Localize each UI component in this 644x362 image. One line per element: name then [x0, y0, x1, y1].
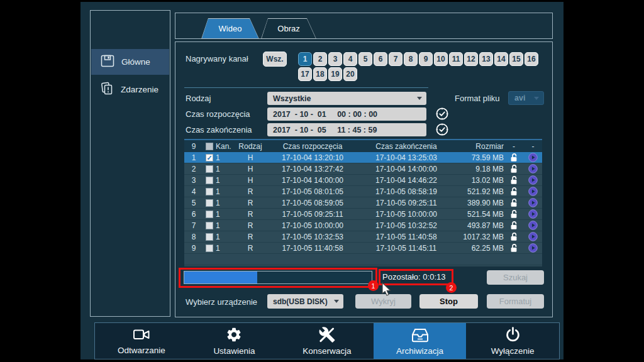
- select-all-checkbox[interactable]: [203, 143, 216, 150]
- channel-button-11[interactable]: 11: [449, 52, 463, 66]
- nav-label: Konserwacja: [303, 346, 351, 356]
- lock-icon[interactable]: [504, 232, 524, 241]
- channel-button-7[interactable]: 7: [389, 52, 402, 66]
- sidebar-item-zdarzenie[interactable]: Zdarzenie: [91, 77, 169, 102]
- row-checkbox[interactable]: [203, 244, 216, 252]
- channel-button-3[interactable]: 3: [328, 52, 342, 66]
- row-start-time: 17-10-05 11:40:58: [266, 244, 359, 253]
- start-time-input[interactable]: 2017 - 10 - 01 00 : 00 : 00: [267, 107, 426, 121]
- lock-icon[interactable]: [504, 198, 524, 207]
- row-checkbox[interactable]: ✓: [203, 154, 216, 162]
- row-checkbox[interactable]: [203, 211, 216, 218]
- channel-button-20[interactable]: 20: [343, 67, 357, 81]
- play-icon[interactable]: [524, 164, 542, 173]
- tab-wideo[interactable]: Wideo: [201, 18, 259, 39]
- row-checkbox[interactable]: [203, 165, 216, 173]
- row-checkbox[interactable]: [203, 188, 216, 195]
- channel-button-17[interactable]: 17: [298, 67, 312, 81]
- nav-ustawienia[interactable]: Ustawienia: [188, 323, 281, 359]
- table-row[interactable]: 91R17-10-05 11:40:5817-10-05 11:45:1162.…: [184, 243, 542, 254]
- clock-icon[interactable]: [435, 107, 449, 121]
- play-icon[interactable]: [524, 221, 542, 230]
- lock-icon[interactable]: [504, 187, 524, 196]
- lock-icon[interactable]: [504, 243, 524, 253]
- table-row[interactable]: 51R17-10-05 08:59:0517-10-05 09:25:11389…: [184, 197, 542, 209]
- end-time-input[interactable]: 2017 - 10 - 05 11 : 45 : 59: [267, 123, 426, 136]
- channel-button-14[interactable]: 14: [494, 52, 508, 66]
- channel-button-10[interactable]: 10: [434, 52, 448, 66]
- row-checkbox[interactable]: [203, 199, 216, 207]
- nav-archiwizacja[interactable]: Archiwizacja: [374, 323, 467, 359]
- nav-odtwarzanie[interactable]: Odtwarzanie: [95, 323, 188, 359]
- channel-button-4[interactable]: 4: [343, 52, 357, 66]
- checkbox[interactable]: [206, 222, 213, 229]
- row-channel: 1: [216, 187, 235, 196]
- play-icon[interactable]: [524, 209, 542, 219]
- channel-button-8[interactable]: 8: [404, 52, 418, 66]
- table-row[interactable]: 31H17-10-04 14:00:0017-10-04 14:46:2213.…: [184, 175, 542, 186]
- annotation-badge-1: 1: [368, 280, 379, 291]
- row-size: 9.18 MB: [453, 165, 504, 173]
- channel-button-15[interactable]: 15: [509, 52, 523, 66]
- format-button[interactable]: Formatuj: [487, 294, 544, 309]
- tab-obraz[interactable]: Obraz: [261, 18, 316, 39]
- table-row[interactable]: 61R17-10-05 09:25:1117-10-05 10:00:00521…: [184, 209, 542, 220]
- play-icon[interactable]: [524, 153, 542, 162]
- nav-wylaczenie[interactable]: Wyłączenie: [466, 323, 559, 359]
- play-icon[interactable]: [524, 175, 542, 185]
- clock-icon[interactable]: [435, 123, 449, 136]
- lock-icon[interactable]: [504, 153, 524, 162]
- checkbox[interactable]: [206, 199, 213, 207]
- table-row[interactable]: 41R17-10-05 08:01:0517-10-05 08:58:19521…: [184, 186, 542, 197]
- lock-icon[interactable]: [504, 221, 524, 230]
- channel-button-6[interactable]: 6: [374, 52, 387, 66]
- channel-button-1[interactable]: 1: [298, 52, 312, 66]
- file-format-value: avi: [514, 94, 525, 102]
- table-row[interactable]: 71R17-10-05 10:00:0017-10-05 10:32:52493…: [184, 220, 542, 231]
- row-checkbox[interactable]: [203, 233, 216, 241]
- row-start-time: 17-10-05 08:59:05: [266, 199, 359, 207]
- checkbox[interactable]: [206, 165, 213, 173]
- row-size: 73.59 MB: [453, 153, 504, 162]
- channel-button-19[interactable]: 19: [328, 67, 342, 81]
- lock-icon[interactable]: [504, 175, 524, 185]
- play-icon[interactable]: [524, 232, 542, 241]
- sidebar-item-label: Główne: [121, 57, 150, 67]
- channel-button-12[interactable]: 12: [464, 52, 478, 66]
- sidebar-item-glowne[interactable]: Główne: [91, 49, 169, 75]
- row-checkbox[interactable]: [203, 222, 216, 229]
- checkbox[interactable]: [206, 211, 213, 218]
- table-row[interactable]: 21H17-10-04 13:27:4217-10-04 14:00:009.1…: [184, 163, 542, 175]
- search-button[interactable]: Szukaj: [487, 270, 544, 285]
- play-icon[interactable]: [524, 187, 542, 196]
- channel-button-18[interactable]: 18: [313, 67, 327, 81]
- channel-button-2[interactable]: 2: [313, 52, 327, 66]
- type-dropdown[interactable]: Wszystkie: [267, 92, 426, 105]
- chevron-down-icon: [334, 300, 339, 303]
- checkbox[interactable]: ✓: [206, 154, 213, 162]
- row-checkbox[interactable]: [203, 177, 216, 184]
- channel-button-13[interactable]: 13: [479, 52, 493, 66]
- type-value: Wszystkie: [273, 94, 311, 103]
- channel-button-16[interactable]: 16: [525, 52, 538, 66]
- checkbox[interactable]: [206, 244, 213, 252]
- table-row[interactable]: 1✓1H17-10-04 13:20:1017-10-04 13:25:0373…: [184, 152, 542, 163]
- channel-all-button[interactable]: Wsz.: [263, 52, 287, 67]
- checkbox[interactable]: [206, 188, 213, 195]
- play-icon[interactable]: [524, 243, 542, 253]
- file-format-dropdown[interactable]: avi: [508, 91, 544, 105]
- lock-icon[interactable]: [504, 164, 524, 173]
- device-dropdown[interactable]: sdb(USB DISK): [267, 294, 343, 309]
- checkbox[interactable]: [206, 177, 213, 184]
- lock-icon[interactable]: [504, 209, 524, 219]
- row-size: 521.54 MB: [453, 210, 504, 219]
- channel-button-5[interactable]: 5: [358, 52, 372, 66]
- nav-konserwacja[interactable]: Konserwacja: [280, 323, 374, 359]
- stop-button[interactable]: Stop: [419, 294, 478, 309]
- play-icon[interactable]: [524, 198, 542, 207]
- table-row[interactable]: 81R17-10-05 10:32:5317-10-05 11:40:58101…: [184, 231, 542, 243]
- checkbox[interactable]: [206, 233, 213, 241]
- row-number: 3: [184, 176, 203, 185]
- start-time-label: Czas rozpoczęcia: [186, 109, 250, 119]
- channel-button-9[interactable]: 9: [419, 52, 433, 66]
